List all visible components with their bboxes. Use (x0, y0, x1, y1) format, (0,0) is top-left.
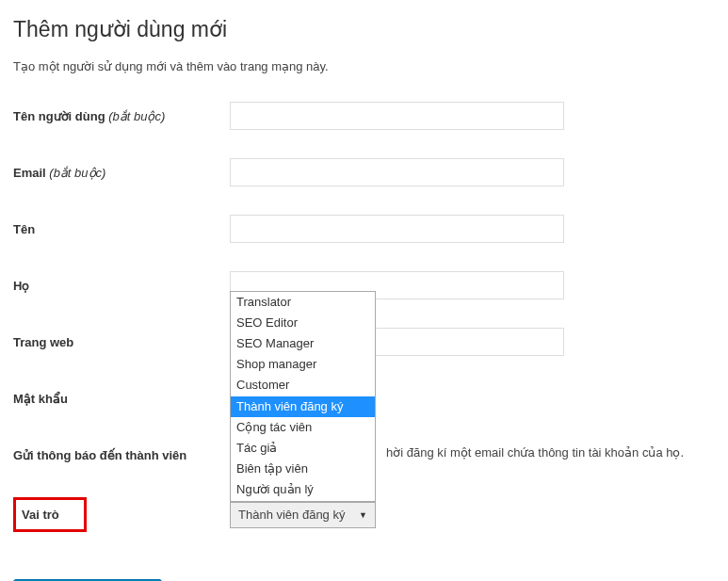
email-field[interactable] (230, 158, 564, 186)
role-option[interactable]: Cộng tác viên (231, 417, 375, 438)
username-label: Tên người dùng (bắt buộc) (13, 109, 230, 123)
username-field[interactable] (230, 102, 564, 130)
role-option[interactable]: Người quản lý (231, 479, 375, 500)
role-label: Vai trò (22, 508, 59, 522)
role-option[interactable]: Tác giả (231, 438, 375, 459)
role-option[interactable]: SEO Manager (231, 333, 375, 354)
website-label: Trang web (13, 335, 230, 349)
firstname-field[interactable] (230, 215, 564, 243)
role-label-highlight: Vai trò (13, 497, 87, 532)
notification-partial-text: hời đăng kí một email chứa thông tin tài… (386, 445, 684, 460)
notification-label: Gửi thông báo đến thành viên (13, 448, 230, 462)
role-select[interactable]: Thành viên đăng ký (230, 502, 376, 528)
username-label-text: Tên người dùng (13, 109, 108, 123)
row-email: Email (bắt buộc) (13, 158, 715, 186)
page-title: Thêm người dùng mới (13, 17, 715, 42)
role-option[interactable]: SEO Editor (231, 313, 375, 333)
role-option[interactable]: Translator (231, 292, 375, 313)
email-required: (bắt buộc) (49, 166, 105, 180)
role-option[interactable]: Biên tập viên (231, 459, 375, 479)
role-select-value: Thành viên đăng ký (238, 508, 345, 522)
row-firstname: Tên (13, 215, 715, 243)
role-option[interactable]: Thành viên đăng ký (231, 396, 375, 417)
email-label-text: Email (13, 166, 49, 180)
role-option[interactable]: Customer (231, 375, 375, 395)
firstname-label: Tên (13, 222, 230, 236)
role-option[interactable]: Shop manager (231, 354, 375, 375)
email-label: Email (bắt buộc) (13, 166, 230, 180)
lastname-label: Họ (13, 279, 230, 293)
username-required: (bắt buộc) (108, 109, 165, 123)
row-username: Tên người dùng (bắt buộc) (13, 102, 715, 130)
role-dropdown-listbox[interactable]: TranslatorSEO EditorSEO ManagerShop mana… (230, 291, 376, 502)
page-description: Tạo một người sử dụng mới và thêm vào tr… (13, 59, 715, 73)
row-role: Vai trò TranslatorSEO EditorSEO ManagerS… (13, 497, 715, 532)
password-label: Mật khẩu (13, 392, 230, 406)
